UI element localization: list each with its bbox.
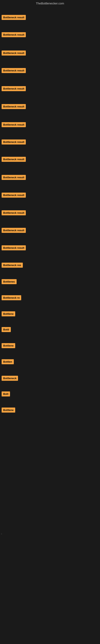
bottleneck-item: Bottleneck re [1, 295, 21, 300]
bottleneck-item: Bottleneck result [1, 157, 26, 162]
bottleneck-item: Bottleneck result [1, 50, 26, 56]
bottleneck-item: Bottleneck result [1, 192, 26, 198]
bottleneck-item: Bottleneck result [1, 228, 26, 233]
bottleneck-item: Bottleneck result [1, 140, 26, 144]
bottleneck-item: Bottleneck res [1, 263, 23, 268]
bottleneck-item: Bottleneck result [1, 68, 26, 73]
bottleneck-item: Bottlenec [1, 279, 17, 284]
bottleneck-item: Bottlene [1, 343, 15, 348]
bottleneck-item: Bottl [1, 327, 11, 332]
bottleneck-item: Bottleneck result [1, 245, 26, 250]
site-header: TheBottlenecker.com [0, 0, 100, 8]
bottleneck-item: Bottleneck result [1, 175, 26, 180]
bottleneck-item: Bottleneck result [1, 210, 26, 215]
bottleneck-item: Bottleneck result [1, 122, 26, 127]
bottleneck-item: Bottlene [1, 408, 15, 412]
small-label: © [1, 533, 2, 535]
bottleneck-item: Bottleneck result [1, 32, 26, 37]
bottleneck-item: Bottleneck result [1, 86, 26, 91]
bottleneck-item: Bottlene [1, 311, 15, 316]
bottleneck-item: Bottleneck [1, 376, 18, 381]
bottleneck-item: Bott [1, 392, 10, 396]
bottleneck-item: Bottleneck result [1, 15, 26, 20]
bottleneck-item: Bottlen [1, 359, 14, 364]
bottleneck-item: Bottleneck result [1, 104, 26, 109]
